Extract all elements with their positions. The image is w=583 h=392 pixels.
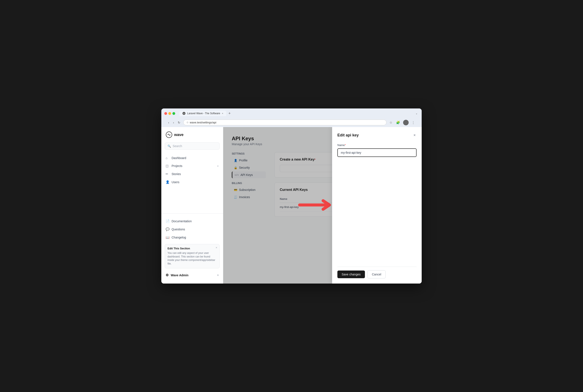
minimize-window-button[interactable] <box>168 112 171 115</box>
logo-text: wave <box>174 132 183 137</box>
browser-window: W Laravel Wave - The Software × + ⌄ ‹ › … <box>161 108 422 284</box>
wave-admin-label: Wave Admin <box>171 274 188 277</box>
app-container: wave 🔍 Search ⌂ Dashboard ◫ Projects ∨ ✏… <box>161 127 422 284</box>
sidebar-item-questions[interactable]: 💬 Questions <box>161 225 223 233</box>
tab-bar: W Laravel Wave - The Software × + <box>179 110 412 116</box>
sidebar-item-dashboard[interactable]: ⌂ Dashboard <box>161 154 223 162</box>
logo: wave <box>161 131 223 142</box>
maximize-window-button[interactable] <box>172 112 175 115</box>
sidebar-item-label: Documentation <box>172 220 192 223</box>
profile-avatar[interactable] <box>403 120 409 125</box>
browser-controls: W Laravel Wave - The Software × + ⌄ <box>164 110 419 116</box>
wave-admin-icon: ⚙ <box>166 273 169 277</box>
main-content: API Keys Manage your API Keys Settings 👤… <box>223 127 422 284</box>
projects-icon: ◫ <box>166 164 169 168</box>
sidebar-item-stories[interactable]: ✏ Stories <box>161 170 223 178</box>
nav-actions: ☆ 🧩 ⋮ <box>389 120 416 125</box>
address-bar[interactable]: ⊙ wave.test/settings/api <box>183 120 387 125</box>
sidebar-item-changelog[interactable]: 📖 Changelog <box>161 233 223 242</box>
chevron-down-icon: ∨ <box>217 164 219 168</box>
sidebar-item-label: Questions <box>172 228 185 231</box>
logo-icon <box>166 131 172 138</box>
wave-admin-bar[interactable]: ⚙ Wave Admin ∧ <box>161 271 223 279</box>
changelog-icon: 📖 <box>166 236 169 239</box>
sidebar-item-label: Dashboard <box>172 156 186 160</box>
close-window-button[interactable] <box>164 112 167 115</box>
sidebar-item-label: Stories <box>172 172 181 176</box>
tab-title: Laravel Wave - The Software <box>187 112 220 115</box>
tab-close-button[interactable]: × <box>222 112 223 115</box>
cancel-button[interactable]: Cancel <box>368 270 386 278</box>
wave-admin-chevron-icon: ∧ <box>217 274 219 276</box>
url-text: wave.test/settings/api <box>190 121 216 124</box>
browser-more-button[interactable]: ⋮ <box>411 120 416 125</box>
sidebar-item-projects[interactable]: ◫ Projects ∨ <box>161 162 223 170</box>
edit-section-box: × Edit This Section You can edit any asp… <box>165 244 220 268</box>
browser-titlebar: W Laravel Wave - The Software × + ⌄ ‹ › … <box>161 108 422 127</box>
tab-favicon: W <box>182 112 185 115</box>
modal-footer: Save changes Cancel <box>337 267 417 278</box>
modal-close-button[interactable]: × <box>413 132 417 138</box>
home-icon: ⌂ <box>166 156 169 160</box>
edit-section-title: Edit This Section <box>167 247 217 250</box>
modal-body: Name* <box>337 144 417 267</box>
modal-title: Edit api key <box>337 133 359 138</box>
field-label-name: Name* <box>337 144 417 147</box>
address-security-icon: ⊙ <box>186 121 188 124</box>
browser-menu-button[interactable]: ⌄ <box>414 112 419 115</box>
sidebar-item-label: Changelog <box>172 236 186 239</box>
browser-nav: ‹ › ↻ ⊙ wave.test/settings/api ☆ 🧩 ⋮ <box>164 118 419 127</box>
sidebar-item-label: Users <box>172 180 179 184</box>
extensions-button[interactable]: 🧩 <box>395 120 401 125</box>
sidebar-item-label: Projects <box>172 164 182 168</box>
questions-icon: 💬 <box>166 228 169 231</box>
edit-section-text: You can edit any aspect of your user das… <box>167 251 217 266</box>
traffic-lights <box>164 112 175 115</box>
save-changes-button[interactable]: Save changes <box>337 270 365 278</box>
back-button[interactable]: ‹ <box>167 120 170 125</box>
edit-modal: Edit api key × Name* Save changes Cancel <box>332 127 422 284</box>
api-key-name-input[interactable] <box>337 148 417 157</box>
documentation-icon: 📄 <box>166 219 169 223</box>
edit-section-close-button[interactable]: × <box>215 246 217 249</box>
stories-icon: ✏ <box>166 172 169 176</box>
forward-button[interactable]: › <box>172 120 175 125</box>
new-tab-button[interactable]: + <box>227 110 232 116</box>
modal-header: Edit api key × <box>337 132 417 138</box>
search-placeholder: Search <box>173 144 182 148</box>
users-icon: 👤 <box>166 180 169 184</box>
sidebar-bottom: 📄 Documentation 💬 Questions 📖 Changelog … <box>161 214 223 279</box>
sidebar-item-users[interactable]: 👤 Users <box>161 178 223 186</box>
browser-tab-active[interactable]: W Laravel Wave - The Software × <box>179 110 226 116</box>
search-box[interactable]: 🔍 Search <box>165 142 220 150</box>
refresh-button[interactable]: ↻ <box>177 120 181 125</box>
search-icon: 🔍 <box>167 144 171 148</box>
sidebar: wave 🔍 Search ⌂ Dashboard ◫ Projects ∨ ✏… <box>161 127 223 284</box>
sidebar-item-documentation[interactable]: 📄 Documentation <box>161 217 223 225</box>
bookmark-button[interactable]: ☆ <box>389 120 393 125</box>
